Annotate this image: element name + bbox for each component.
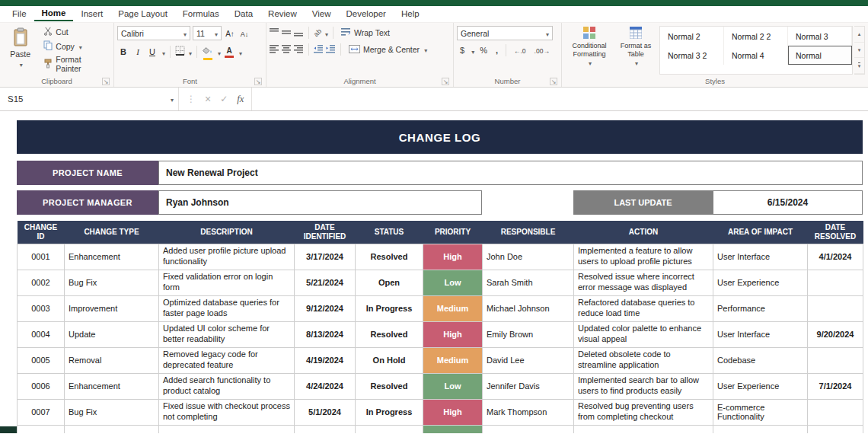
- copy-button[interactable]: Copy: [40, 40, 110, 53]
- orientation-icon[interactable]: ab: [312, 27, 323, 38]
- cell-date-identified[interactable]: 8/13/2024: [295, 321, 356, 347]
- change-log-title-cell[interactable]: CHANGE LOG: [17, 120, 863, 154]
- cell-change-type[interactable]: Removal: [65, 347, 159, 373]
- style-gallery-item[interactable]: Normal 2: [660, 27, 724, 46]
- copy-dropdown-icon[interactable]: [78, 42, 82, 51]
- percent-style-button[interactable]: [477, 45, 490, 56]
- cell-change-type[interactable]: Improvement: [65, 295, 159, 321]
- formula-input[interactable]: [252, 88, 868, 110]
- style-gallery-item[interactable]: Normal 3 2: [660, 46, 724, 65]
- formula-bar-splitter-icon[interactable]: [187, 94, 196, 104]
- number-format-select[interactable]: General: [457, 26, 553, 40]
- bold-button[interactable]: [117, 47, 129, 56]
- cell-responsible[interactable]: Emily Brown: [483, 321, 574, 347]
- project-manager-value-cell[interactable]: Ryan Johnson: [158, 190, 482, 215]
- cell-action[interactable]: Deleted obsolete code to streamline appl…: [574, 347, 713, 373]
- cell-priority[interactable]: High: [423, 321, 483, 347]
- gallery-more-icon[interactable]: [854, 58, 864, 74]
- name-box-dropdown-icon[interactable]: [169, 94, 174, 104]
- accounting-dropdown-icon[interactable]: [470, 43, 474, 57]
- last-update-label-cell[interactable]: LAST UPDATE: [573, 190, 713, 215]
- style-gallery-item[interactable]: Normal 2 2: [724, 27, 788, 46]
- cell-date-resolved[interactable]: 7/1/2024: [808, 373, 863, 399]
- decrease-font-size-button[interactable]: [238, 29, 251, 38]
- increase-decimal-button[interactable]: [511, 45, 529, 56]
- italic-button[interactable]: [132, 47, 144, 56]
- last-update-value-cell[interactable]: 6/15/2024: [713, 190, 863, 215]
- cell-responsible[interactable]: Mark Thompson: [483, 399, 574, 425]
- font-color-button[interactable]: A: [223, 46, 235, 58]
- cell-responsible[interactable]: Michael Johnson: [483, 295, 574, 321]
- cell-area-of-impact[interactable]: E-commerce Functionality: [713, 399, 808, 425]
- cell-status[interactable]: In Progress: [356, 295, 423, 321]
- gallery-scroll-up-icon[interactable]: [854, 27, 864, 43]
- cell-description[interactable]: Added search functionality to product ca…: [159, 373, 295, 399]
- style-gallery-item[interactable]: Normal 3: [788, 27, 852, 46]
- increase-font-size-button[interactable]: [224, 29, 236, 38]
- cell-change-type[interactable]: Enhancement: [65, 244, 159, 270]
- align-right-icon[interactable]: [294, 43, 304, 56]
- cell-change-id[interactable]: [18, 425, 65, 433]
- cell-date-resolved[interactable]: [808, 270, 863, 295]
- cell-action[interactable]: Resolved issue where incorrect error mes…: [574, 270, 713, 295]
- style-gallery-item[interactable]: Normal: [788, 46, 852, 65]
- borders-dropdown-icon[interactable]: [187, 45, 192, 59]
- font-color-dropdown-icon[interactable]: [238, 45, 242, 59]
- tab-view[interactable]: View: [305, 8, 339, 21]
- cell-change-type[interactable]: Enhancement: [65, 373, 159, 399]
- cell-area-of-impact[interactable]: User Experience: [713, 270, 808, 295]
- merge-center-button[interactable]: Merge & Center: [346, 44, 430, 56]
- cell-status[interactable]: Resolved: [356, 321, 423, 347]
- cell-status[interactable]: Resolved: [356, 244, 423, 270]
- cell-change-id[interactable]: 0002: [18, 270, 65, 295]
- cell-description[interactable]: Added user profile picture upload functi…: [159, 244, 295, 270]
- insert-function-icon[interactable]: [237, 94, 244, 105]
- accounting-format-button[interactable]: [457, 45, 468, 56]
- cell-description[interactable]: Optimized image loading for: [159, 425, 295, 433]
- tab-file[interactable]: File: [5, 8, 34, 21]
- conditional-formatting-button[interactable]: Conditional Formatting: [565, 26, 614, 67]
- header-date-resolved[interactable]: DATE RESOLVED: [808, 221, 863, 244]
- cell-description[interactable]: Fixed validation error on login form: [159, 270, 295, 295]
- cancel-entry-icon[interactable]: [205, 93, 211, 105]
- cell-description[interactable]: Removed legacy code for deprecated featu…: [159, 347, 295, 373]
- cell-responsible[interactable]: David Lee: [483, 347, 574, 373]
- cell-action[interactable]: Implemented search bar to allow users to…: [574, 373, 713, 399]
- cell-area-of-impact[interactable]: User Interface: [713, 244, 808, 270]
- font-dialog-launcher[interactable]: [254, 78, 262, 85]
- project-name-value-cell[interactable]: New Renewal Project: [158, 161, 863, 185]
- underline-button[interactable]: [146, 47, 158, 56]
- cell-date-resolved[interactable]: [808, 399, 863, 425]
- font-family-select[interactable]: Calibri: [117, 26, 190, 40]
- cell-priority[interactable]: Medium: [423, 347, 483, 373]
- header-action[interactable]: ACTION: [574, 221, 713, 244]
- cell-date-identified[interactable]: 9/12/2024: [295, 295, 356, 321]
- cell-date-identified[interactable]: 4/19/2024: [295, 347, 356, 373]
- number-dialog-launcher[interactable]: [550, 78, 557, 85]
- cut-button[interactable]: Cut: [40, 26, 110, 38]
- header-description[interactable]: DESCRIPTION: [159, 221, 295, 244]
- cell-date-identified[interactable]: 4/24/2024: [295, 373, 356, 399]
- cell-area-of-impact[interactable]: User Interface: [713, 321, 808, 347]
- cell-date-resolved[interactable]: [808, 295, 863, 321]
- align-center-icon[interactable]: [282, 43, 292, 56]
- cell-area-of-impact[interactable]: [713, 425, 808, 433]
- cell-responsible[interactable]: Sarah Smith: [483, 270, 574, 295]
- cell-description[interactable]: Optimized database queries for faster pa…: [159, 295, 295, 321]
- font-size-select[interactable]: 11: [193, 26, 222, 40]
- cell-action[interactable]: Implemented a feature to allow users to …: [574, 244, 713, 270]
- fill-color-dropdown-icon[interactable]: [216, 45, 221, 59]
- project-manager-label-cell[interactable]: PROJECT MANAGER: [17, 190, 158, 215]
- cell-status[interactable]: On Hold: [356, 347, 423, 373]
- tab-developer[interactable]: Developer: [339, 8, 394, 21]
- project-name-label-cell[interactable]: PROJECT NAME: [17, 161, 158, 185]
- cell-action[interactable]: Refactored database queries to reduce lo…: [574, 295, 713, 321]
- tab-home[interactable]: Home: [34, 7, 74, 21]
- cell-change-id[interactable]: 0004: [18, 321, 65, 347]
- cell-status[interactable]: In Progress: [356, 399, 423, 425]
- cell-description[interactable]: Fixed issue with checkout process not co…: [159, 399, 295, 425]
- cell-change-id[interactable]: 0005: [18, 347, 65, 373]
- cell-change-id[interactable]: 0006: [18, 373, 65, 399]
- increase-indent-icon[interactable]: [326, 43, 336, 56]
- fill-color-button[interactable]: [202, 43, 214, 60]
